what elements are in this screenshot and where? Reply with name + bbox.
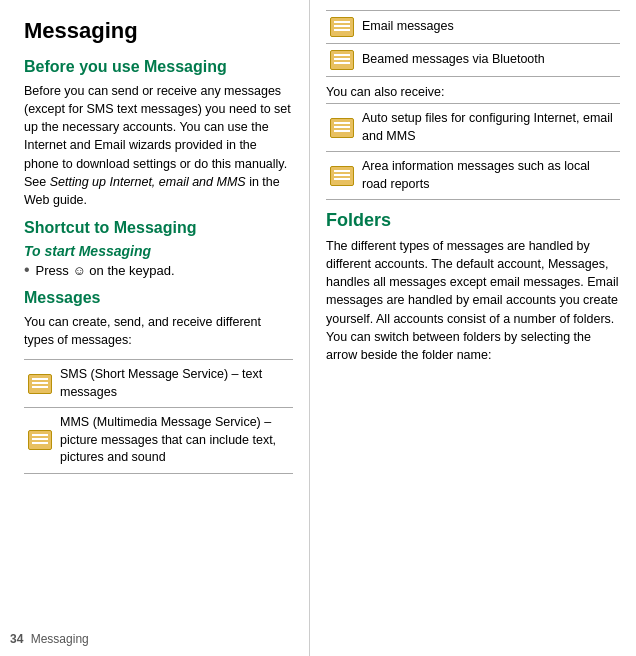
right-bottom-table: Auto setup files for configuring Interne… xyxy=(326,103,620,200)
autosetup-icon-cell xyxy=(326,104,358,152)
table-row: Email messages xyxy=(326,11,620,44)
folders-body: The different types of messages are hand… xyxy=(326,237,620,364)
area-icon-cell xyxy=(326,152,358,200)
before-use-title: Before you use Messaging xyxy=(24,58,293,76)
mms-icon-cell xyxy=(24,408,56,474)
email-icon xyxy=(330,17,354,37)
footer-label: Messaging xyxy=(31,632,89,646)
you-can-also-text: You can also receive: xyxy=(326,85,620,99)
press-keypad-item: • Press ☺ on the keypad. xyxy=(24,263,293,279)
table-row: MMS (Multimedia Message Service) – pictu… xyxy=(24,408,293,474)
table-row: SMS (Short Message Service) – text messa… xyxy=(24,360,293,408)
area-icon xyxy=(330,166,354,186)
key-symbol: ☺ xyxy=(72,263,85,278)
sms-text: SMS (Short Message Service) – text messa… xyxy=(56,360,293,408)
page-main-title: Messaging xyxy=(24,18,293,44)
mms-icon xyxy=(28,430,52,450)
table-row: Auto setup files for configuring Interne… xyxy=(326,104,620,152)
area-text: Area information messages such as local … xyxy=(358,152,620,200)
footer: 34 Messaging xyxy=(10,632,89,646)
autosetup-icon xyxy=(330,118,354,138)
footer-page-num: 34 xyxy=(10,632,23,646)
email-text: Email messages xyxy=(358,11,620,44)
messages-title: Messages xyxy=(24,289,293,307)
table-row: Beamed messages via Bluetooth xyxy=(326,44,620,77)
messages-table: SMS (Short Message Service) – text messa… xyxy=(24,359,293,474)
to-start-label: To start Messaging xyxy=(24,243,293,259)
press-keypad-text: Press ☺ on the keypad. xyxy=(36,263,175,278)
before-use-body: Before you can send or receive any messa… xyxy=(24,82,293,209)
shortcut-title: Shortcut to Messaging xyxy=(24,219,293,237)
folders-title: Folders xyxy=(326,210,620,231)
sms-icon xyxy=(28,374,52,394)
messages-body: You can create, send, and receive differ… xyxy=(24,313,293,349)
table-row: Area information messages such as local … xyxy=(326,152,620,200)
beamed-icon xyxy=(330,50,354,70)
bullet-dot: • xyxy=(24,261,30,279)
beamed-icon-cell xyxy=(326,44,358,77)
right-top-table: Email messages Beamed messages via Bluet… xyxy=(326,10,620,77)
mms-text: MMS (Multimedia Message Service) – pictu… xyxy=(56,408,293,474)
email-icon-cell xyxy=(326,11,358,44)
beamed-text: Beamed messages via Bluetooth xyxy=(358,44,620,77)
autosetup-text: Auto setup files for configuring Interne… xyxy=(358,104,620,152)
sms-icon-cell xyxy=(24,360,56,408)
